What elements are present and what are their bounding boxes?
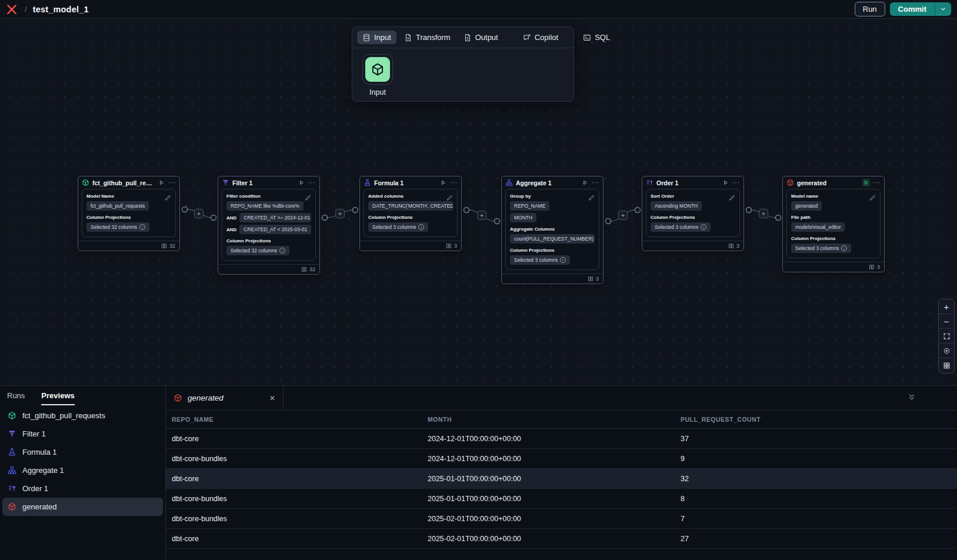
edit-icon[interactable]: [446, 193, 453, 204]
more-options-button[interactable]: ···: [308, 180, 316, 186]
node-title: fct_github_pull_requests: [92, 179, 155, 186]
column-header: REPO_NAME: [166, 416, 422, 423]
cell-month: 2024-12-01T00:00:00+00:00: [422, 435, 675, 443]
node-aggregate-1[interactable]: Aggregate 1 ··· Group by REPO_NAME MONTH…: [501, 176, 603, 284]
columns-icon: [728, 243, 734, 249]
play-button[interactable]: [862, 179, 870, 186]
columns-icon: [588, 276, 593, 282]
field-label: Group by: [510, 194, 595, 199]
commit-split-button: Commit: [890, 2, 951, 16]
edit-icon[interactable]: [869, 193, 876, 204]
play-button[interactable]: [722, 179, 729, 186]
edit-icon[interactable]: [588, 193, 595, 204]
collapse-panel-button[interactable]: [908, 393, 916, 404]
play-button[interactable]: [158, 179, 165, 186]
table-header-row: REPO_NAME MONTH PULL_REQUEST_COUNT: [166, 411, 957, 429]
close-icon[interactable]: ✕: [269, 394, 275, 402]
edit-icon[interactable]: [729, 193, 735, 204]
column-count: 3: [736, 243, 739, 249]
node-filter-1[interactable]: Filter 1 ··· Filter condition REPO_NAME …: [218, 176, 320, 275]
document-icon: [464, 34, 472, 42]
table-row[interactable]: dbt-core-bundles 2024-12-01T00:00:00+00:…: [166, 449, 957, 469]
condition-row: AND CREATED_AT < 2025-03-01: [226, 225, 311, 234]
list-item-aggregate-1[interactable]: Aggregate 1: [2, 461, 163, 479]
column-header: PULL_REQUEST_COUNT: [675, 416, 957, 423]
zoom-in-button[interactable]: +: [939, 299, 954, 314]
add-node-button[interactable]: +: [759, 209, 768, 218]
cell-count: 9: [675, 455, 957, 463]
column-count: 3: [877, 264, 880, 270]
more-options-button[interactable]: ···: [592, 180, 599, 186]
pipeline-canvas[interactable]: Input Transform Output Copilot SQL: [0, 19, 957, 385]
run-button[interactable]: Run: [855, 2, 885, 16]
play-button[interactable]: [439, 179, 447, 186]
node-generated[interactable]: generated ··· Model name generated File …: [782, 176, 885, 272]
add-node-button[interactable]: +: [618, 211, 628, 220]
node-config: Model Name fct_github_pull_requests Colu…: [82, 189, 176, 237]
more-options-button[interactable]: ···: [168, 180, 176, 186]
layout-grid-button[interactable]: [939, 358, 954, 373]
cube-icon: [82, 179, 89, 186]
preview-main: generated ✕ REPO_NAME MONTH PULL_REQUEST…: [166, 386, 957, 560]
node-fct-github-pull-requests[interactable]: fct_github_pull_requests ··· Model Name …: [78, 176, 180, 251]
top-bar: / test_model_1 Run Commit: [0, 0, 957, 19]
column-count: 3: [454, 243, 457, 249]
list-item-generated[interactable]: generated: [2, 498, 163, 516]
node-formula-1[interactable]: Formula 1 ··· Added columns DATE_TRUNC('…: [359, 176, 462, 251]
tab-label: Transform: [416, 33, 451, 42]
field-label: Column Projections: [368, 215, 453, 220]
tab-previews[interactable]: Previews: [41, 386, 74, 405]
sql-icon: [583, 34, 591, 42]
tab-sql[interactable]: SQL: [578, 31, 615, 44]
tab-transform[interactable]: Transform: [399, 31, 456, 44]
cell-repo-name: dbt-core-bundles: [166, 495, 422, 503]
more-options-button[interactable]: ···: [873, 180, 881, 186]
cell-repo-name: dbt-core-bundles: [166, 455, 422, 463]
more-options-button[interactable]: ···: [732, 180, 740, 186]
field-label: Filter condition: [226, 194, 311, 199]
flask-icon: [364, 179, 371, 186]
commit-button[interactable]: Commit: [890, 2, 935, 16]
sort-order-chip: Ascending MONTH: [651, 201, 702, 211]
more-options-button[interactable]: ···: [450, 180, 458, 186]
cell-count: 32: [675, 475, 957, 483]
commit-dropdown-button[interactable]: [935, 2, 951, 16]
table-row[interactable]: dbt-core 2025-01-01T00:00:00+00:00 32: [166, 469, 957, 489]
add-node-button[interactable]: +: [335, 209, 345, 218]
table-row[interactable]: dbt-core-bundles 2025-01-01T00:00:00+00:…: [166, 489, 957, 509]
table-row[interactable]: dbt-core-bundles 2025-02-01T00:00:00+00:…: [166, 509, 957, 529]
list-item-filter-1[interactable]: Filter 1: [2, 425, 163, 443]
field-label: Column Projections: [651, 215, 735, 220]
zoom-out-button[interactable]: −: [939, 314, 954, 329]
field-label: Column Projections: [510, 248, 595, 253]
add-node-button[interactable]: +: [194, 209, 204, 218]
preview-tab-generated[interactable]: generated ✕: [166, 386, 284, 410]
fit-view-button[interactable]: [939, 329, 954, 344]
locate-button[interactable]: [939, 344, 954, 358]
table-row[interactable]: dbt-core 2024-12-01T00:00:00+00:00 37: [166, 429, 957, 449]
node-footer: 3: [642, 241, 743, 251]
column-count: 3: [596, 276, 599, 282]
play-button[interactable]: [581, 179, 589, 186]
list-item-fct-github-pull-requests[interactable]: fct_github_pull_requests: [2, 406, 163, 425]
cell-month: 2025-01-01T00:00:00+00:00: [422, 495, 675, 503]
play-button[interactable]: [298, 179, 305, 186]
node-footer: 32: [78, 241, 179, 251]
table-row[interactable]: dbt-core 2025-02-01T00:00:00+00:00 27: [166, 529, 957, 549]
model-name-chip: fct_github_pull_requests: [86, 201, 149, 211]
edit-icon[interactable]: [305, 193, 311, 204]
info-icon: [418, 224, 424, 230]
tab-runs[interactable]: Runs: [7, 386, 25, 405]
node-order-1[interactable]: Order 1 ··· Sort Order Ascending MONTH C…: [642, 176, 744, 251]
node-header: Order 1 ···: [642, 176, 743, 189]
dbt-logo-icon[interactable]: [6, 3, 19, 16]
input-node-tile[interactable]: Input: [361, 54, 395, 96]
list-item-order-1[interactable]: Order 1: [2, 479, 163, 498]
list-item-formula-1[interactable]: Formula 1: [2, 443, 163, 461]
edit-icon[interactable]: [165, 193, 171, 204]
tab-copilot[interactable]: Copilot: [518, 31, 563, 44]
tab-output[interactable]: Output: [458, 31, 503, 44]
add-node-button[interactable]: +: [477, 211, 486, 220]
node-header: Filter 1 ···: [218, 176, 319, 189]
tab-input[interactable]: Input: [357, 31, 396, 44]
